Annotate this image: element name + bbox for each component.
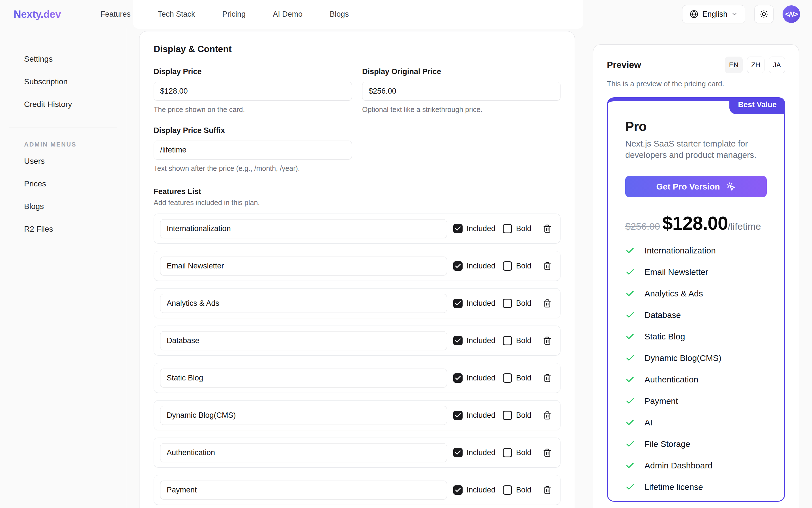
feature-row: Included Bold xyxy=(154,326,561,355)
feature-name-input[interactable] xyxy=(160,331,447,350)
delete-feature-button[interactable] xyxy=(543,336,552,345)
feature-name-input[interactable] xyxy=(160,443,447,462)
feature-name-input[interactable] xyxy=(160,257,447,276)
delete-feature-button[interactable] xyxy=(543,299,552,308)
included-checkbox[interactable] xyxy=(453,336,462,345)
trash-icon xyxy=(543,261,552,271)
display-original-price-input[interactable] xyxy=(362,82,561,101)
included-checkbox[interactable] xyxy=(453,373,462,383)
feature-row: Included Bold xyxy=(154,251,561,281)
user-avatar[interactable]: <N> xyxy=(782,5,800,23)
nav-link-pricing[interactable]: Pricing xyxy=(222,10,246,19)
sidebar-item-users[interactable]: Users xyxy=(0,150,126,173)
language-selector[interactable]: English xyxy=(682,5,745,23)
included-checkbox[interactable] xyxy=(453,224,462,234)
preview-feature-text: Internationalization xyxy=(645,246,716,255)
preview-feature-text: Lifetime license xyxy=(645,482,703,492)
check-icon xyxy=(625,353,635,363)
locale-button-zh[interactable]: ZH xyxy=(747,56,765,73)
check-icon xyxy=(625,267,635,277)
feature-name-input[interactable] xyxy=(160,219,447,238)
check-icon xyxy=(625,482,635,492)
delete-feature-button[interactable] xyxy=(543,224,552,234)
nav-link-ai-demo[interactable]: AI Demo xyxy=(273,10,302,19)
preview-helper: This is a preview of the pricing card. xyxy=(607,80,785,88)
display-price-input[interactable] xyxy=(154,82,352,101)
check-icon xyxy=(625,418,635,427)
feature-row: Included Bold xyxy=(154,214,561,244)
sidebar-item-blogs[interactable]: Blogs xyxy=(0,195,126,218)
included-checkbox[interactable] xyxy=(453,299,462,308)
delete-feature-button[interactable] xyxy=(543,261,552,271)
bold-checkbox[interactable] xyxy=(503,411,512,420)
display-original-price-helper: Optional text like a strikethrough price… xyxy=(362,105,561,114)
bold-checkbox[interactable] xyxy=(503,261,512,271)
sidebar-item-settings[interactable]: Settings xyxy=(0,48,126,71)
plan-name: Pro xyxy=(625,119,767,134)
theme-toggle-button[interactable] xyxy=(754,5,774,23)
display-original-price-label: Display Original Price xyxy=(362,67,561,76)
navbar-actions: English <N> xyxy=(682,0,800,28)
nav-link-tech-stack[interactable]: Tech Stack xyxy=(158,10,195,19)
included-checkbox[interactable] xyxy=(453,448,462,457)
delete-feature-button[interactable] xyxy=(543,373,552,383)
nav-link-blogs[interactable]: Blogs xyxy=(330,10,349,19)
bold-checkbox[interactable] xyxy=(503,373,512,383)
bold-checkbox[interactable] xyxy=(503,448,512,457)
preview-feature-item: Lifetime license xyxy=(625,482,767,492)
locale-button-ja[interactable]: JA xyxy=(769,56,785,73)
locale-button-en[interactable]: EN xyxy=(725,56,743,73)
delete-feature-button[interactable] xyxy=(543,485,552,495)
sidebar-item-subscription[interactable]: Subscription xyxy=(0,71,126,93)
main-nav: FeaturesTech StackPricingAI DemoBlogs xyxy=(100,0,349,28)
feature-name-input[interactable] xyxy=(160,480,447,500)
feature-row: Included Bold xyxy=(154,475,561,505)
check-icon xyxy=(625,439,635,449)
included-label: Included xyxy=(466,411,495,420)
sidebar-item-r2-files[interactable]: R2 Files xyxy=(0,218,126,241)
nav-link-features[interactable]: Features xyxy=(100,10,131,19)
check-icon xyxy=(625,310,635,320)
display-original-price-field: Display Original Price Optional text lik… xyxy=(362,67,561,114)
bold-checkbox[interactable] xyxy=(503,485,512,495)
features-list-header: Features List Add features included in t… xyxy=(154,187,561,207)
preview-feature-text: Email Newsletter xyxy=(645,267,708,277)
preview-feature-item: Database xyxy=(625,310,767,320)
bold-label: Bold xyxy=(516,336,531,345)
card-title: Display & Content xyxy=(154,44,561,54)
preview-feature-item: Payment xyxy=(625,396,767,406)
features-list-helper: Add features included in this plan. xyxy=(154,199,561,207)
preview-feature-text: Database xyxy=(645,310,681,320)
delete-feature-button[interactable] xyxy=(543,448,552,457)
trash-icon xyxy=(543,373,552,383)
display-content-card: Display & Content Display Price The pric… xyxy=(139,31,575,508)
sidebar-section-label: ADMIN MENUS xyxy=(24,141,126,148)
included-checkbox[interactable] xyxy=(453,261,462,271)
feature-name-input[interactable] xyxy=(160,294,447,313)
included-label: Included xyxy=(466,374,495,382)
preview-feature-item: Analytics & Ads xyxy=(625,289,767,298)
feature-name-input[interactable] xyxy=(160,406,447,425)
bold-checkbox[interactable] xyxy=(503,224,512,234)
preview-feature-text: File Storage xyxy=(645,439,690,449)
bold-checkbox[interactable] xyxy=(503,299,512,308)
sidebar-item-credit-history[interactable]: Credit History xyxy=(0,93,126,116)
sidebar-item-prices[interactable]: Prices xyxy=(0,173,126,195)
included-checkbox[interactable] xyxy=(453,485,462,495)
display-price-suffix-input[interactable] xyxy=(154,140,352,160)
cta-label: Get Pro Version xyxy=(656,182,720,192)
preview-feature-text: Authentication xyxy=(645,375,698,384)
preview-feature-list: Internationalization Email Newsletter An… xyxy=(625,246,767,492)
get-pro-version-button[interactable]: Get Pro Version xyxy=(625,176,767,197)
delete-feature-button[interactable] xyxy=(543,411,552,420)
brand-logo[interactable]: Nexty.dev xyxy=(13,8,61,20)
feature-name-input[interactable] xyxy=(160,369,447,387)
preview-feature-item: Static Blog xyxy=(625,332,767,341)
preview-feature-item: Authentication xyxy=(625,375,767,384)
bold-checkbox[interactable] xyxy=(503,336,512,345)
trash-icon xyxy=(543,448,552,457)
original-price: $256.00 xyxy=(625,221,660,232)
included-checkbox[interactable] xyxy=(453,411,462,420)
mouse-pointer-click-icon xyxy=(726,182,736,192)
best-value-badge: Best Value xyxy=(729,97,785,114)
